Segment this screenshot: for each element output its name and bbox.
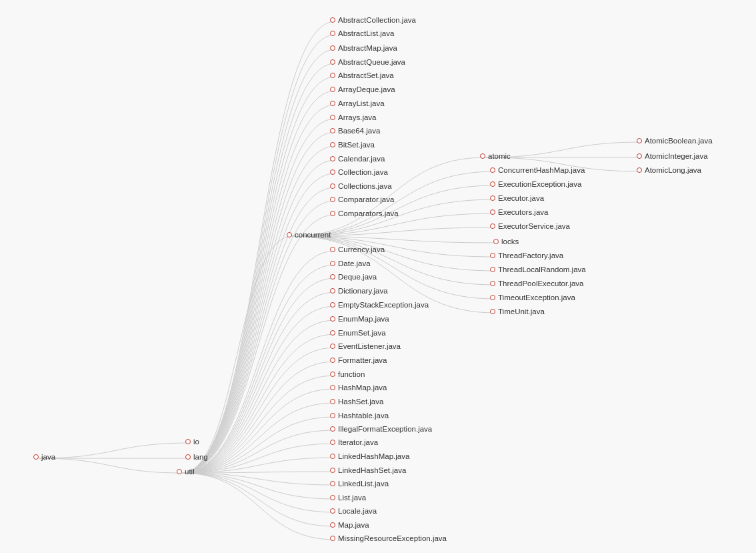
node-TimeUnit: TimeUnit.java: [490, 308, 545, 316]
dot-EventListener: [330, 344, 335, 349]
dot-java: [33, 454, 39, 460]
dot-EnumMap: [330, 316, 335, 322]
dot-AtomicBoolean: [637, 138, 642, 143]
label-Currency: Currency.java: [338, 245, 385, 253]
dot-AtomicInteger: [637, 153, 642, 159]
dot-concurrent: [287, 232, 292, 237]
label-LinkedHashMap: LinkedHashMap.java: [338, 452, 409, 460]
node-ArrayDeque: ArrayDeque.java: [330, 85, 395, 93]
dot-TimeUnit: [490, 309, 495, 314]
node-List: List.java: [330, 494, 366, 502]
node-ThreadPoolExecutor: ThreadPoolExecutor.java: [490, 280, 584, 288]
dot-ExecutionException: [490, 181, 495, 187]
dot-AbstractList: [330, 31, 335, 36]
node-concurrent: concurrent: [287, 231, 331, 239]
node-LinkedList: LinkedList.java: [330, 480, 389, 488]
dot-Hashtable: [330, 413, 335, 418]
node-lang: lang: [185, 453, 208, 461]
label-MissingResourceException: MissingResourceException.java: [338, 534, 447, 542]
node-LinkedHashMap: LinkedHashMap.java: [330, 452, 409, 460]
label-Hashtable: Hashtable.java: [338, 412, 389, 420]
node-Locale: Locale.java: [330, 507, 377, 515]
node-AtomicInteger: AtomicInteger.java: [637, 152, 708, 160]
dot-ConcurrentHashMap: [490, 167, 495, 173]
dot-locks: [493, 239, 499, 244]
dot-List: [330, 495, 335, 500]
node-Iterator: Iterator.java: [330, 438, 378, 446]
node-TimeoutException: TimeoutException.java: [490, 294, 575, 302]
dot-Calendar: [330, 156, 335, 161]
label-Locale: Locale.java: [338, 507, 377, 515]
node-Arrays: Arrays.java: [330, 113, 377, 121]
dot-Formatter: [330, 358, 335, 363]
node-Hashtable: Hashtable.java: [330, 412, 389, 420]
label-EventListener: EventListener.java: [338, 342, 401, 350]
node-AbstractQueue: AbstractQueue.java: [330, 58, 405, 66]
label-ExecutionException: ExecutionException.java: [498, 180, 581, 188]
label-EnumSet: EnumSet.java: [338, 329, 386, 337]
label-Collections: Collections.java: [338, 182, 392, 190]
node-Date: Date.java: [330, 259, 371, 267]
label-List: List.java: [338, 494, 366, 502]
node-AbstractMap: AbstractMap.java: [330, 44, 397, 52]
node-Deque: Deque.java: [330, 273, 377, 281]
node-Comparator: Comparator.java: [330, 195, 394, 203]
label-AbstractQueue: AbstractQueue.java: [338, 58, 405, 66]
node-Calendar: Calendar.java: [330, 155, 385, 163]
dot-io: [185, 439, 191, 444]
label-atomic: atomic: [488, 152, 511, 160]
label-ArrayList: ArrayList.java: [338, 99, 385, 107]
node-BitSet: BitSet.java: [330, 141, 375, 149]
node-EventListener: EventListener.java: [330, 342, 401, 350]
dot-AbstractSet: [330, 73, 335, 78]
label-Calendar: Calendar.java: [338, 155, 385, 163]
node-EnumSet: EnumSet.java: [330, 329, 386, 337]
label-Executor: Executor.java: [498, 194, 544, 202]
label-java: java: [41, 453, 55, 461]
tree-canvas: javaiolangutilconcurrentatomiclocksAbstr…: [0, 0, 756, 553]
dot-AbstractQueue: [330, 59, 335, 65]
label-ThreadPoolExecutor: ThreadPoolExecutor.java: [498, 280, 584, 288]
node-ThreadFactory: ThreadFactory.java: [490, 251, 563, 259]
dot-lang: [185, 454, 191, 460]
label-lang: lang: [193, 453, 208, 461]
node-Comparators: Comparators.java: [330, 209, 399, 217]
label-AbstractSet: AbstractSet.java: [338, 71, 394, 79]
node-Collections: Collections.java: [330, 182, 392, 190]
dot-Dictionary: [330, 288, 335, 294]
node-Collection: Collection.java: [330, 168, 388, 176]
dot-Comparators: [330, 211, 335, 216]
dot-Arrays: [330, 115, 335, 120]
node-IllegalFormatException: IllegalFormatException.java: [330, 425, 432, 433]
node-ConcurrentHashMap: ConcurrentHashMap.java: [490, 166, 585, 174]
label-util: util: [185, 468, 195, 476]
label-AbstractMap: AbstractMap.java: [338, 44, 397, 52]
label-concurrent: concurrent: [295, 231, 331, 239]
node-ExecutorService: ExecutorService.java: [490, 222, 570, 230]
label-ExecutorService: ExecutorService.java: [498, 222, 570, 230]
node-HashSet: HashSet.java: [330, 398, 383, 406]
dot-Date: [330, 261, 335, 266]
label-HashMap: HashMap.java: [338, 384, 387, 392]
dot-Map: [330, 522, 335, 528]
node-function: function: [330, 370, 365, 378]
node-Executors: Executors.java: [490, 208, 548, 216]
dot-AtomicLong: [637, 167, 642, 173]
dot-ThreadFactory: [490, 253, 495, 258]
dot-AbstractMap: [330, 45, 335, 51]
label-ThreadLocalRandom: ThreadLocalRandom.java: [498, 265, 586, 273]
label-TimeUnit: TimeUnit.java: [498, 308, 545, 316]
label-EmptyStackException: EmptyStackException.java: [338, 301, 429, 309]
label-Formatter: Formatter.java: [338, 356, 387, 364]
dot-IllegalFormatException: [330, 426, 335, 432]
dot-Base64: [330, 128, 335, 133]
dot-LinkedHashSet: [330, 468, 335, 473]
label-Comparators: Comparators.java: [338, 209, 399, 217]
dot-Comparator: [330, 197, 335, 202]
label-AbstractCollection: AbstractCollection.java: [338, 16, 416, 24]
dot-Collection: [330, 169, 335, 175]
node-locks: locks: [493, 237, 519, 245]
node-AtomicLong: AtomicLong.java: [637, 166, 701, 174]
dot-Executor: [490, 195, 495, 201]
dot-function: [330, 372, 335, 377]
